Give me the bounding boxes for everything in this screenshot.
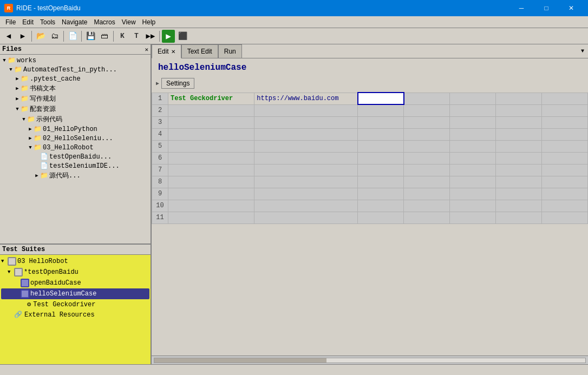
files-close[interactable]: ✕ — [145, 46, 148, 53]
grid-cell-5-2 — [254, 140, 358, 152]
tree-label-test-selenium-ide: testSeleniumIDE... — [49, 162, 120, 170]
tree-label-hello-robot: 03_HelloRobot — [43, 144, 94, 152]
grid-cell-11-3 — [358, 212, 404, 223]
grid-cell-8-2 — [254, 176, 358, 188]
tree-item-hello-selenium-folder[interactable]: ▶ 📁 02_HelloSeleniu... — [1, 134, 149, 143]
toolbar-template-t[interactable]: T — [130, 30, 143, 43]
toolbar-run-all[interactable]: ▶▶ — [144, 30, 157, 43]
grid-cell-4-7 — [542, 128, 588, 140]
tree-item-pytest[interactable]: ▶ 📁 .pytest_cache — [1, 74, 149, 83]
menu-help[interactable]: Help — [139, 17, 159, 27]
toolbar-open-recent[interactable]: 🗂 — [48, 30, 61, 43]
toggle-hello-python[interactable]: ▶ — [27, 126, 34, 132]
grid-container[interactable]: 1 Test Geckodriver https://www.baidu.com… — [152, 92, 588, 356]
tab-dropdown[interactable]: ▼ — [577, 44, 588, 58]
horizontal-scrollbar[interactable] — [152, 356, 588, 364]
toggle-hello-robot[interactable]: ▼ — [27, 145, 34, 150]
toggle-works[interactable]: ▼ — [1, 58, 8, 63]
folder-icon-writing: 📁 — [21, 95, 29, 103]
grid-cell-4-5 — [450, 128, 496, 140]
tree-item-works[interactable]: ▼ 📁 works — [1, 56, 149, 65]
test-item-test-open-baidu-suite[interactable]: ▼ *testOpenBaidu — [1, 267, 149, 278]
tab-edit[interactable]: Edit ✕ — [152, 44, 181, 58]
tree-item-resources[interactable]: ▼ 📁 配套资源 — [1, 104, 149, 114]
toolbar-stop[interactable]: ⬛ — [176, 30, 189, 43]
toolbar-run-green[interactable]: ▶ — [162, 30, 175, 43]
toggle-examples[interactable]: ▼ — [21, 117, 27, 122]
folder-icon-hello-robot: 📁 — [34, 143, 42, 152]
toggle-resources[interactable]: ▼ — [14, 107, 21, 112]
menu-tools[interactable]: Tools — [37, 17, 58, 27]
close-button[interactable]: ✕ — [559, 0, 584, 16]
menu-edit[interactable]: Edit — [19, 17, 37, 27]
hscroll-track[interactable] — [154, 358, 586, 363]
menu-view[interactable]: View — [119, 17, 139, 27]
tree-item-writing[interactable]: ▶ 📁 写作规划 — [1, 94, 149, 104]
menu-file[interactable]: File — [2, 17, 19, 27]
tree-item-book[interactable]: ▶ 📁 书稿文本 — [1, 83, 149, 94]
grid-row-11: 11 — [152, 212, 588, 223]
grid-row-num-6: 6 — [152, 152, 168, 164]
files-tree[interactable]: ▼ 📁 works ▼ 📁 AutomatedTest_in_pyth... ▶… — [0, 55, 151, 244]
test-item-hello-selenium-case[interactable]: helloSeleniumCase — [1, 288, 149, 299]
hscroll-thumb[interactable] — [154, 358, 326, 363]
grid-cell-7-6 — [496, 164, 542, 176]
menu-macros[interactable]: Macros — [90, 17, 118, 27]
tree-item-hello-robot[interactable]: ▼ 📁 03_HelloRobot — [1, 143, 149, 152]
test-item-open-baidu-case[interactable]: openBaiduCase — [1, 278, 149, 288]
grid-cell-2-6 — [496, 104, 542, 116]
tab-edit-close[interactable]: ✕ — [171, 49, 175, 55]
toolbar-back[interactable]: ◀ — [2, 30, 15, 43]
tab-text-edit[interactable]: Text Edit — [181, 44, 218, 58]
tree-item-source[interactable]: ▶ 📁 源代码... — [1, 170, 149, 181]
maximize-button[interactable]: □ — [534, 0, 559, 16]
grid-cell-9-6 — [496, 188, 542, 200]
tree-item-test-open-baidu[interactable]: 📄 testOpenBaidu... — [1, 152, 149, 161]
test-suites-section: Test Suites ▼ 03 HelloRobot ▼ *testOpenB… — [0, 245, 151, 364]
grid-cell-1-keyword[interactable]: Test Geckodriver — [168, 93, 254, 104]
toggle-suite-hello-robot[interactable]: ▼ — [1, 259, 8, 264]
grid-cell-8-3 — [358, 176, 404, 188]
tree-label-automatedtest: AutomatedTest_in_pyth... — [23, 66, 117, 74]
test-tree[interactable]: ▼ 03 HelloRobot ▼ *testOpenBaidu openBai — [0, 255, 151, 364]
grid-cell-10-6 — [496, 200, 542, 212]
toggle-test-open-baidu-suite[interactable]: ▼ — [8, 269, 14, 275]
toolbar-keyword-k[interactable]: K — [116, 30, 129, 43]
tree-item-examples[interactable]: ▼ 📁 示例代码 — [1, 114, 149, 124]
grid-cell-11-2 — [254, 212, 358, 223]
grid-cell-6-2 — [254, 152, 358, 164]
tab-run[interactable]: Run — [218, 44, 242, 58]
toolbar-new[interactable]: 📄 — [66, 30, 79, 43]
test-suites-header: Test Suites — [0, 245, 151, 255]
tree-item-hello-python[interactable]: ▶ 📁 01_HelloPython — [1, 124, 149, 134]
grid-cell-5-4 — [404, 140, 450, 152]
toggle-pytest[interactable]: ▶ — [14, 76, 21, 82]
toggle-book[interactable]: ▶ — [14, 85, 21, 91]
grid-cell-2-3 — [358, 104, 404, 116]
grid-cell-1-arg2[interactable] — [358, 93, 404, 104]
toggle-hello-selenium-folder[interactable]: ▶ — [27, 135, 34, 141]
toolbar-save[interactable]: 💾 — [84, 30, 97, 43]
toggle-source[interactable]: ▶ — [34, 173, 40, 179]
grid-row-num-9: 9 — [152, 188, 168, 200]
grid-row-6: 6 — [152, 152, 588, 164]
toolbar-forward[interactable]: ▶ — [16, 30, 29, 43]
toggle-writing[interactable]: ▶ — [14, 96, 21, 102]
test-item-hello-robot-suite[interactable]: ▼ 03 HelloRobot — [1, 256, 149, 267]
tree-label-resources: 配套资源 — [30, 104, 56, 114]
toolbar-save-all[interactable]: 🗃 — [98, 30, 111, 43]
menu-navigate[interactable]: Navigate — [58, 17, 90, 27]
tree-item-test-selenium-ide[interactable]: 📄 testSeleniumIDE... — [1, 161, 149, 170]
tree-item-automatedtest[interactable]: ▼ 📁 AutomatedTest_in_pyth... — [1, 65, 149, 74]
settings-button[interactable]: Settings — [161, 78, 194, 89]
grid-cell-4-3 — [358, 128, 404, 140]
toolbar-open-folder[interactable]: 📂 — [34, 30, 47, 43]
test-label-test-open-baidu-suite: *testOpenBaidu — [24, 268, 79, 276]
test-item-external-resources[interactable]: 🔗 External Resources — [1, 310, 149, 320]
test-item-geckodriver[interactable]: ⚙ Test Geckodriver — [1, 299, 149, 310]
grid-cell-1-arg1[interactable]: https://www.baidu.com — [254, 93, 358, 104]
file-icon-test-open-baidu: 📄 — [40, 153, 48, 161]
toggle-automatedtest[interactable]: ▼ — [8, 67, 14, 73]
minimize-button[interactable]: ─ — [509, 0, 534, 16]
grid-cell-2-1 — [168, 104, 254, 116]
